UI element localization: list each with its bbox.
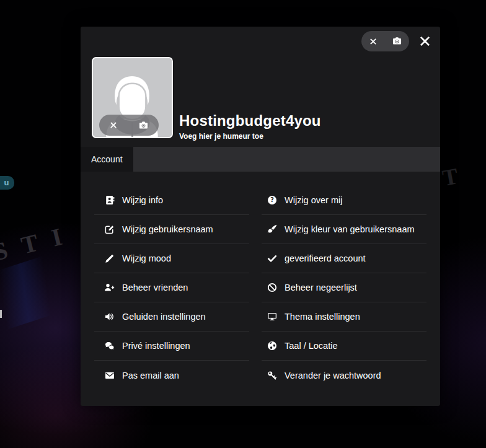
menu-item-label: Beheer negeerlijst (285, 283, 357, 292)
menu-item-label: Taal / Locatie (285, 341, 337, 351)
modal-actions (361, 31, 432, 51)
menu-item-label: Thema instellingen (285, 312, 360, 322)
comments-icon (104, 341, 115, 351)
menu-item-wijzig-gebruikersnaam[interactable]: Wijzig gebruikersnaam (94, 215, 249, 244)
menu-item-beheer-negeerlijst[interactable]: Beheer negeerlijst (262, 273, 426, 302)
desktop-icon (267, 312, 277, 322)
menu-item-geverifieerd-account[interactable]: geverifieerd account (262, 244, 426, 273)
menu-item-label: Geluiden instellingen (122, 312, 206, 322)
volume-up-icon (104, 312, 115, 322)
x-icon (369, 38, 377, 45)
profile-mood-placeholder[interactable]: Voeg hier je humeur toe (179, 132, 427, 141)
menu-item-label: Beheer vrienden (122, 283, 188, 292)
pencil-icon (104, 253, 115, 263)
menu-item-label: Wijzig info (122, 195, 163, 205)
avatar (92, 57, 173, 138)
menu-item-taal-locatie[interactable]: Taal / Locatie (262, 332, 426, 361)
check-icon (267, 253, 277, 263)
avatar-upload-button[interactable] (135, 120, 152, 131)
tab-bar: Account (81, 147, 440, 172)
svg-text:?: ? (270, 196, 274, 203)
background-letter: T (440, 162, 460, 191)
menu-item-pas-email-aan[interactable]: Pas email aan (94, 361, 249, 390)
address-book-icon (104, 195, 115, 205)
account-settings-panel: Wijzig info?Wijzig over mijWijzig gebrui… (81, 172, 440, 406)
background-letters: STI (0, 218, 79, 267)
camera-icon (139, 121, 148, 130)
avatar-overlay-pill (99, 115, 159, 136)
menu-item-wijzig-mood[interactable]: Wijzig mood (94, 244, 249, 273)
paint-brush-icon (267, 224, 277, 234)
tab-account[interactable]: Account (81, 147, 133, 172)
pen-square-icon (104, 224, 115, 234)
user-plus-icon (104, 283, 115, 292)
camera-icon (392, 37, 402, 46)
question-circle-icon: ? (267, 195, 277, 205)
menu-item-label: Wijzig over mij (285, 195, 342, 205)
menu-item-label: Privé instellingen (122, 341, 190, 351)
ban-icon (267, 283, 277, 292)
x-icon (110, 121, 117, 129)
menu-item-wijzig-over-mij[interactable]: ?Wijzig over mij (262, 186, 426, 215)
avatar-actions-pill (361, 31, 409, 51)
menu-item-wijzig-info[interactable]: Wijzig info (94, 186, 249, 215)
menu-item-wijzig-kleur-van-gebruikersnaam[interactable]: Wijzig kleur van gebruikersnaam (262, 215, 426, 244)
close-button[interactable] (418, 34, 432, 48)
close-icon (419, 35, 431, 47)
profile-modal: Hostingbudget4you Voeg hier je humeur to… (81, 27, 440, 406)
settings-menu: Wijzig info?Wijzig over mijWijzig gebrui… (94, 186, 426, 390)
key-icon (267, 371, 277, 380)
menu-item-thema-instellingen[interactable]: Thema instellingen (262, 302, 426, 332)
page-background: STI T u (0, 0, 486, 448)
menu-item-label: Wijzig gebruikersnaam (122, 224, 213, 234)
menu-item-label: Pas email aan (122, 371, 179, 380)
menu-item-prive-instellingen[interactable]: Privé instellingen (94, 332, 249, 361)
profile-username: Hostingbudget4you (179, 112, 427, 130)
background-streak (0, 248, 84, 337)
remove-avatar-button[interactable] (366, 37, 381, 46)
profile-header-text: Hostingbudget4you Voeg hier je humeur to… (179, 112, 427, 141)
upload-avatar-button[interactable] (389, 35, 405, 47)
envelope-icon (104, 371, 115, 380)
globe-icon (267, 341, 277, 351)
menu-item-label: Wijzig kleur van gebruikersnaam (285, 224, 415, 234)
menu-item-label: Verander je wachtwoord (285, 371, 381, 380)
menu-item-label: Wijzig mood (122, 253, 171, 263)
menu-item-verander-je-wachtwoord[interactable]: Verander je wachtwoord (262, 361, 426, 390)
menu-item-geluiden-instellingen[interactable]: Geluiden instellingen (94, 302, 249, 332)
avatar-remove-button[interactable] (106, 120, 121, 130)
background-speck (0, 310, 2, 318)
menu-item-beheer-vrienden[interactable]: Beheer vrienden (94, 273, 249, 302)
menu-item-label: geverifieerd account (285, 253, 366, 263)
background-user-badge: u (0, 176, 14, 190)
